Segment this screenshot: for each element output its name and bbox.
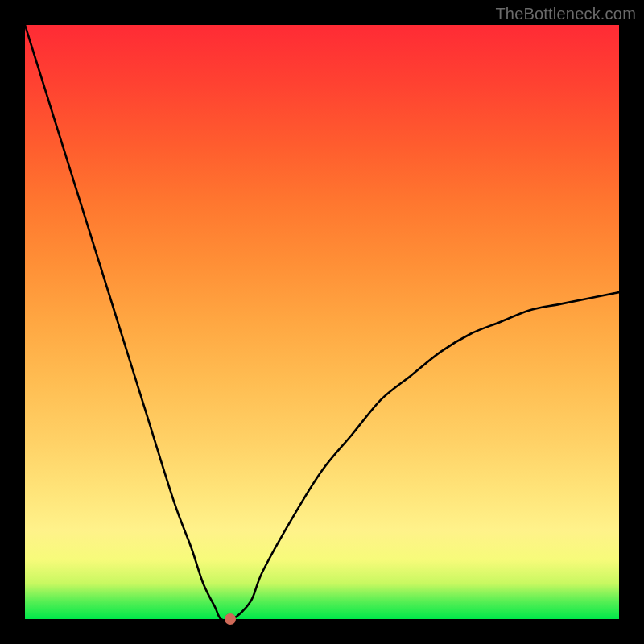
curve-path (25, 25, 619, 619)
valley-marker (225, 613, 236, 625)
bottleneck-curve (25, 25, 619, 619)
watermark-text: TheBottleneck.com (495, 5, 636, 23)
plot-area (25, 25, 619, 619)
chart-frame: TheBottleneck.com (0, 0, 644, 644)
